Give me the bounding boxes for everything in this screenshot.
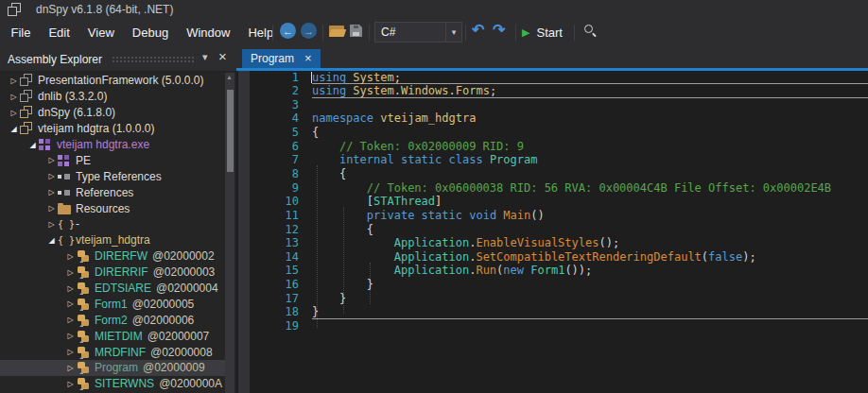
code-view[interactable]: 1using System;2using System.Windows.Form… xyxy=(236,71,868,333)
save-module-icon[interactable] xyxy=(350,25,362,37)
tree-scrollbar-thumb[interactable] xyxy=(227,90,234,172)
token-address: @02000007 xyxy=(148,330,210,343)
language-selector[interactable]: C# ▾ xyxy=(374,22,462,43)
tree-item-direrrif[interactable]: ▷DIRERRIF@02000003 xyxy=(0,265,225,281)
code-line-12[interactable]: 12 { xyxy=(236,223,868,237)
class-icon xyxy=(77,377,94,390)
tree-item-dnspy-6-1-8-0[interactable]: ▷dnSpy (6.1.8.0) xyxy=(0,105,225,121)
code-line-10[interactable]: 10 [STAThread] xyxy=(236,195,868,209)
scroll-up-icon[interactable]: ▲ xyxy=(226,74,233,80)
tree-item-program[interactable]: ▷Program@02000009 xyxy=(0,360,225,376)
tab-close-icon[interactable]: × xyxy=(304,53,312,64)
code-token: ( xyxy=(702,250,708,264)
expand-icon[interactable]: ▷ xyxy=(64,348,77,356)
expand-icon[interactable]: ▷ xyxy=(45,156,58,164)
tree-item-references[interactable]: ▷References xyxy=(0,184,225,200)
menu-debug[interactable]: Debug xyxy=(123,18,177,47)
code-line-13[interactable]: 13 Application.EnableVisualStyles(); xyxy=(236,236,868,250)
expand-icon[interactable]: ▷ xyxy=(8,77,20,85)
expand-icon[interactable]: ▷ xyxy=(45,172,58,180)
menu-file[interactable]: File xyxy=(2,18,40,47)
tree-item-siterwns[interactable]: ▷SITERWNS@0200000A xyxy=(0,376,225,392)
line-number: 12 xyxy=(236,223,312,237)
code-token: [ xyxy=(312,195,373,208)
code-line-14[interactable]: 14 Application.SetCompatibleTextRenderin… xyxy=(236,250,868,265)
tree-item-vteijam-hdgtra[interactable]: ◢{ }vteijam_hdgtra xyxy=(0,232,225,248)
tree-item-presentationframework-5-0-0-0[interactable]: ▷PresentationFramework (5.0.0.0) xyxy=(0,73,225,89)
menu-help[interactable]: Help xyxy=(239,18,283,47)
code-line-19[interactable]: 19 xyxy=(236,319,868,333)
expand-icon[interactable]: ▷ xyxy=(45,188,58,196)
code-line-7[interactable]: 7 internal static class Program xyxy=(236,153,868,167)
code-line-16[interactable]: 16 } xyxy=(236,278,868,292)
chevron-down-icon[interactable]: ▾ xyxy=(445,23,461,42)
expand-icon[interactable]: ▷ xyxy=(64,252,77,261)
panel-close-icon[interactable]: × xyxy=(218,48,227,64)
code-line-17[interactable]: 17 } xyxy=(236,292,868,306)
tree-item-direrfw[interactable]: ▷DIRERFW@02000002 xyxy=(0,248,225,265)
tree-item-label: vteijam hdgtra.exe xyxy=(57,138,149,151)
open-assembly-icon[interactable] xyxy=(329,24,346,37)
tree-item-edtsiare[interactable]: ▷EDTSIARE@02000004 xyxy=(0,281,225,297)
code-line-3[interactable]: 3 xyxy=(236,98,868,112)
start-button[interactable]: ▶ Start xyxy=(522,21,563,43)
collapse-icon[interactable]: ◢ xyxy=(45,236,58,245)
tree-item-pe[interactable]: ▷PE xyxy=(0,152,225,168)
folder-icon xyxy=(58,203,75,214)
redo-icon[interactable]: ↷ xyxy=(493,21,505,39)
tree-item-resources[interactable]: ▷Resources xyxy=(0,200,225,216)
code-line-8[interactable]: 8 { xyxy=(236,167,868,181)
menu-edit[interactable]: Edit xyxy=(40,18,78,47)
tree-item-mietdim[interactable]: ▷MIETDIM@02000007 xyxy=(0,328,225,344)
collapse-icon[interactable]: ◢ xyxy=(26,141,39,149)
tree-item-vteijam-hdgtra-1-0-0-0[interactable]: ◢vteijam hdgtra (1.0.0.0) xyxy=(0,121,225,137)
code-line-18[interactable]: 18} xyxy=(236,305,868,319)
tree-item-type-references[interactable]: ▷Type References xyxy=(0,168,225,184)
class-icon xyxy=(77,265,94,279)
language-selector-value: C# xyxy=(375,26,445,39)
code-line-6[interactable]: 6 // Token: 0x02000009 RID: 9 xyxy=(236,140,868,154)
panel-menu-chevron-icon[interactable]: ▾ xyxy=(202,51,208,63)
code-line-11[interactable]: 11 private static void Main() xyxy=(236,209,868,223)
expand-icon[interactable]: ▷ xyxy=(64,380,77,388)
tab-program[interactable]: Program × xyxy=(242,49,321,68)
module-icon xyxy=(58,155,75,166)
tree-item-label: DIRERFW xyxy=(95,249,148,263)
tree-item-label: MRDFINF xyxy=(95,346,146,359)
expand-icon[interactable]: ▷ xyxy=(45,220,58,229)
class-icon xyxy=(77,330,94,343)
expand-icon[interactable]: ▷ xyxy=(64,268,77,277)
code-line-4[interactable]: 4namespace vteijam_hdgtra xyxy=(236,111,868,126)
tree-item-dnlib-3-3-2-0[interactable]: ▷dnlib (3.3.2.0) xyxy=(0,89,225,105)
code-line-1[interactable]: 1using System; xyxy=(236,71,868,85)
expand-icon[interactable]: ▷ xyxy=(64,316,77,324)
tree-item-form1[interactable]: ▷Form1@02000005 xyxy=(0,296,225,312)
code-line-2[interactable]: 2using System.Windows.Forms; xyxy=(236,84,868,98)
back-icon[interactable]: ← xyxy=(280,23,296,39)
code-line-15[interactable]: 15 Application.Run(new Form1()); xyxy=(236,264,868,278)
code-token: } xyxy=(312,305,319,318)
tree-item-mrdfinf[interactable]: ▷MRDFINF@02000008 xyxy=(0,344,225,360)
collapse-icon[interactable]: ◢ xyxy=(8,125,20,133)
forward-icon[interactable]: → xyxy=(301,23,317,39)
expand-icon[interactable]: ▷ xyxy=(8,93,20,101)
class-icon-glyph xyxy=(77,377,91,390)
code-line-9[interactable]: 9 // Token: 0x06000038 RID: 56 RVA: 0x00… xyxy=(236,181,868,196)
expand-icon[interactable]: ▷ xyxy=(8,109,20,117)
menu-view[interactable]: View xyxy=(78,18,123,47)
expand-icon[interactable]: ▷ xyxy=(64,284,77,293)
tree-item-[interactable]: ▷{ }- xyxy=(0,216,225,232)
panel-grip[interactable] xyxy=(112,56,195,63)
expand-icon[interactable]: ▷ xyxy=(45,204,58,213)
tree-item-form2[interactable]: ▷Form2@02000006 xyxy=(0,312,225,328)
expand-icon[interactable]: ▷ xyxy=(64,364,77,372)
assembly-tree: ▷PresentationFramework (5.0.0.0)▷dnlib (… xyxy=(0,73,225,392)
expand-icon[interactable]: ▷ xyxy=(64,332,77,340)
code-line-5[interactable]: 5{ xyxy=(236,126,868,140)
search-icon[interactable] xyxy=(583,25,597,38)
menu-window[interactable]: Window xyxy=(178,18,239,47)
line-number: 5 xyxy=(236,126,312,140)
tree-item-vteijam-hdgtra-exe[interactable]: ◢vteijam hdgtra.exe xyxy=(0,137,225,153)
expand-icon[interactable]: ▷ xyxy=(64,299,77,308)
undo-icon[interactable]: ↶ xyxy=(472,21,484,39)
